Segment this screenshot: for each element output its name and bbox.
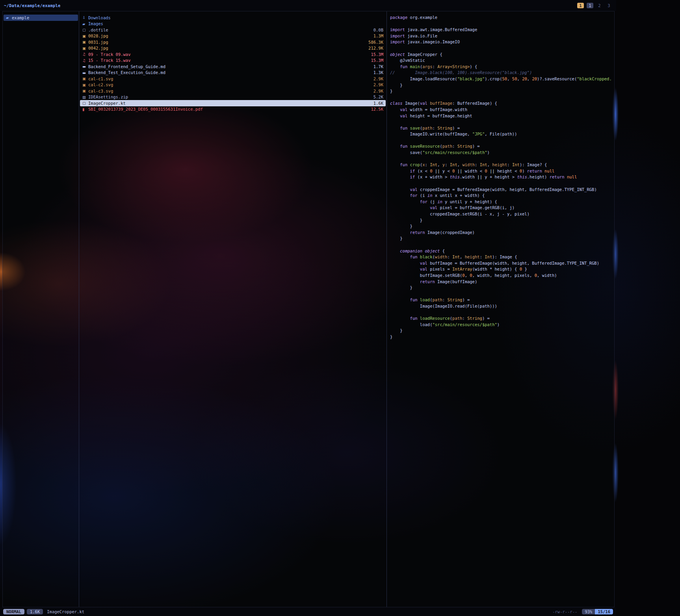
- code-token: [390, 193, 410, 198]
- code-line: [390, 21, 614, 27]
- code-line: for (j in y until y + height) {: [390, 199, 614, 205]
- code-line: [390, 180, 614, 187]
- code-token: ) =: [482, 316, 490, 321]
- file-row[interactable]: ▣0031.jpg586.3K: [80, 39, 386, 45]
- code-token: String: [467, 316, 482, 321]
- code-token: [390, 316, 410, 321]
- file-row[interactable]: ▢.dotfile0.0B: [80, 27, 386, 33]
- file-row[interactable]: ▣0028.jpg1.3M: [80, 33, 386, 39]
- code-line: import javax.imageio.ImageIO: [390, 39, 614, 45]
- file-row[interactable]: ⇩Downloads: [80, 15, 386, 21]
- tab-1[interactable]: 1: [587, 3, 593, 8]
- code-line: for (i in x until x + width) {: [390, 193, 614, 199]
- code-token: java.io.File: [405, 33, 437, 38]
- code-token: this: [450, 174, 460, 179]
- code-token: height <: [495, 169, 520, 173]
- file-row[interactable]: ▬Backend_Test_Execution_Guide.md1.3K: [80, 70, 386, 76]
- code-token: path: [442, 144, 452, 148]
- parent-dir-item[interactable]: ▰ example: [4, 15, 78, 21]
- file-row[interactable]: ▧IDEAsettings.zip5.2K: [80, 94, 386, 100]
- file-name: cal-c3.svg: [88, 89, 113, 93]
- file-row[interactable]: ▮SBI_0032013739_2023_DE05_0003155631Invo…: [80, 106, 386, 113]
- code-token: ) =: [452, 126, 460, 130]
- file-row[interactable]: ▢ImageCropper.kt1.6K: [80, 100, 386, 106]
- code-token: val: [410, 187, 418, 192]
- code-token: [390, 297, 410, 302]
- code-token: [390, 169, 410, 173]
- code-line: fun black(width: Int, height: Int): Imag…: [390, 254, 614, 260]
- code-token: :: [442, 297, 448, 302]
- code-token: class: [390, 101, 403, 106]
- code-token: croppedImage.setRGB(i - x, j - y, pixel): [390, 212, 530, 216]
- file-row[interactable]: ♫09 - Track 09.wav15.3M: [80, 51, 386, 58]
- file-size: 1.6K: [373, 101, 383, 106]
- code-token: :: [425, 162, 430, 167]
- code-token: [390, 254, 410, 259]
- code-token: 20: [532, 76, 537, 81]
- code-line: [390, 137, 614, 144]
- code-token: val: [400, 113, 407, 118]
- parent-pane: ▰ example: [3, 11, 79, 607]
- code-line: Image.loadResource("black.jpg").crop(50,…: [390, 76, 614, 82]
- code-line: import java.awt.image.BufferedImage: [390, 27, 614, 33]
- code-line: }: [390, 217, 614, 224]
- code-token: fun: [400, 64, 407, 69]
- file-name: Downloads: [88, 15, 111, 20]
- code-token: loadResource: [418, 316, 450, 321]
- code-token: }: [390, 328, 403, 333]
- code-token: val: [420, 267, 427, 271]
- code-token: ImageCropper {: [405, 52, 442, 57]
- code-token: String: [447, 297, 462, 302]
- code-token: : BufferedImage) {: [452, 101, 497, 106]
- file-row[interactable]: ▬Backend_Frontend_Setup_Guide.md1.7K: [80, 63, 386, 70]
- code-line: [390, 95, 614, 101]
- code-token: return: [550, 174, 565, 179]
- code-token: ,: [507, 76, 512, 81]
- file-row[interactable]: ▣cal-c3.svg2.9K: [80, 88, 386, 94]
- file-row[interactable]: ▣0042.jpg212.9K: [80, 45, 386, 52]
- code-token: ,: [517, 76, 522, 81]
- file-row[interactable]: ▣cal-c1.svg2.9K: [80, 76, 386, 82]
- code-token: y <: [440, 169, 452, 173]
- code-line: fun load(path: String) =: [390, 297, 614, 303]
- code-line: save("src/main/resources/$path"): [390, 150, 614, 156]
- file-size-badge: 1.6K: [27, 609, 43, 614]
- file-row[interactable]: ▰Images: [80, 21, 386, 27]
- preview-pane: package org.example import java.awt.imag…: [387, 11, 614, 607]
- code-line: }: [390, 334, 614, 340]
- tab-2[interactable]: 2: [596, 3, 603, 8]
- image-icon: ▣: [82, 40, 88, 44]
- code-token: 50: [512, 76, 517, 81]
- tab-3[interactable]: 3: [606, 3, 612, 8]
- file-row[interactable]: ♫15 - Track 15.wav15.3M: [80, 58, 386, 64]
- code-token: val: [420, 261, 427, 265]
- file-row[interactable]: ▣cal-c2.svg2.9K: [80, 82, 386, 88]
- code-token: args: [422, 64, 432, 69]
- code-token: fun: [400, 144, 407, 148]
- code-token: (i: [418, 193, 427, 198]
- code-token: [390, 187, 410, 192]
- file-size: 2.9K: [373, 76, 383, 81]
- code-token: fun: [400, 162, 407, 167]
- download-folder-icon: ⇩: [82, 16, 88, 20]
- code-token: ,: [457, 162, 463, 167]
- code-token: Image(ImageIO.read(File(path))): [390, 304, 497, 308]
- code-token: (x + width >: [415, 174, 450, 179]
- code-line: return Image(buffImage): [390, 279, 614, 285]
- code-token: fun: [400, 126, 407, 130]
- code-token: save: [407, 126, 420, 130]
- parent-dir-label: example: [12, 15, 29, 20]
- code-token: :: [433, 64, 438, 69]
- code-line: Image(ImageIO.read(File(path))): [390, 303, 614, 310]
- code-token: for: [420, 199, 427, 204]
- code-token: }: [390, 334, 392, 339]
- code-token: Int: [452, 254, 460, 259]
- code-line: }: [390, 223, 614, 230]
- code-line: val width = buffImage.width: [390, 107, 614, 113]
- code-token: width: [435, 254, 448, 259]
- tab-active-indicator[interactable]: 1: [577, 3, 584, 8]
- code-token: this: [517, 174, 527, 179]
- code-token: null: [567, 174, 577, 179]
- file-size: 1.3K: [373, 70, 383, 75]
- code-line: [390, 156, 614, 162]
